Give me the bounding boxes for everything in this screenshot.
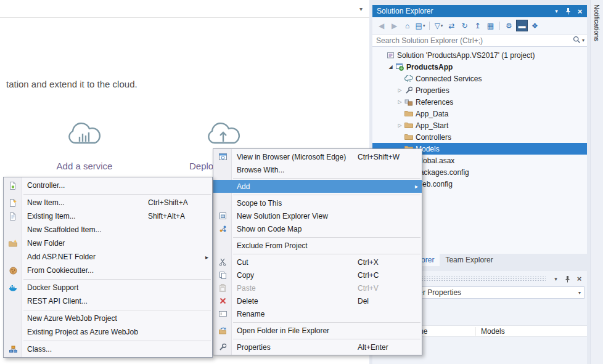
collapse-arrow-icon[interactable]: ◢: [387, 64, 395, 70]
menu-item-show-on-code-map[interactable]: Show on Code Map: [213, 222, 422, 235]
new-solution-explorer-view-icon: [213, 212, 232, 220]
tree-item-solution-productsapp-vs2017-1-project[interactable]: Solution 'ProductsApp.VS2017' (1 project…: [372, 49, 587, 61]
menu-item-from-cookiecutter[interactable]: From Cookiecutter...: [4, 264, 212, 277]
menu-item-label: Open Folder in File Explorer: [237, 326, 329, 335]
menu-item-existing-item[interactable]: Existing Item...Shift+Alt+A: [4, 209, 212, 223]
notifications-tab[interactable]: Notifications: [593, 0, 601, 41]
pending-changes-filter-icon[interactable]: ▽▾: [433, 20, 445, 31]
tree-item-label: packages.config: [416, 168, 469, 177]
tree-item-app-data[interactable]: App_Data: [372, 108, 587, 119]
property-value[interactable]: Models: [476, 327, 505, 336]
new-folder-icon: [4, 240, 22, 247]
expand-arrow-icon[interactable]: ▷: [396, 87, 404, 93]
back-icon[interactable]: ◀: [375, 20, 387, 31]
menu-item-add[interactable]: Add▸: [213, 180, 422, 193]
pin-icon[interactable]: [562, 274, 573, 283]
search-box: ▾: [372, 34, 587, 47]
menu-item-label: New Solution Explorer View: [237, 212, 328, 220]
show-all-files-icon[interactable]: ▦: [485, 20, 496, 31]
notifications-strip: Notifications: [590, 0, 603, 364]
menu-shortcut: Ctrl+V: [358, 284, 417, 293]
menu-shortcut: Ctrl+Shift+W: [358, 153, 417, 161]
expand-arrow-icon[interactable]: ▷: [396, 99, 404, 105]
switch-views-icon[interactable]: ▤▾: [414, 20, 426, 31]
controller-icon: [4, 182, 22, 190]
chevron-down-icon[interactable]: ▾: [359, 6, 363, 12]
folder-icon: [404, 122, 414, 129]
menu-item-existing-project-as-azure-webjob[interactable]: Existing Project as Azure WebJob: [4, 325, 212, 339]
tree-item-label: References: [416, 98, 453, 107]
start-page-tagline: tation and extend it to the cloud.: [6, 79, 137, 89]
menu-item-paste[interactable]: PasteCtrl+V: [213, 281, 422, 294]
menu-separator: [233, 178, 420, 179]
menu-item-new-solution-explorer-view[interactable]: New Solution Explorer View: [213, 209, 422, 222]
menu-item-docker-support[interactable]: Docker Support: [4, 281, 212, 294]
search-input[interactable]: [376, 36, 573, 45]
menu-item-open-folder-in-file-explorer[interactable]: Open Folder in File Explorer: [213, 324, 422, 337]
close-icon[interactable]: ×: [574, 274, 585, 283]
close-icon[interactable]: ×: [575, 7, 585, 16]
tree-item-label: ProductsApp: [406, 63, 453, 71]
add-service-cloud-icon[interactable]: [60, 115, 109, 148]
window-position-icon[interactable]: ▾: [551, 274, 561, 283]
refresh-icon[interactable]: ↻: [459, 20, 470, 31]
tree-item-productsapp[interactable]: ◢ProductsApp: [372, 61, 587, 73]
menu-item-delete[interactable]: DeleteDel: [213, 294, 422, 307]
add-service-link[interactable]: Add a service: [35, 161, 134, 171]
menu-item-cut[interactable]: CutCtrl+X: [213, 256, 422, 269]
menu-item-label: Cut: [237, 258, 248, 267]
window-position-icon[interactable]: ▾: [551, 7, 562, 16]
menu-item-label: Docker Support: [27, 283, 78, 292]
submenu-arrow-icon: ▸: [205, 254, 208, 261]
project-icon: [395, 63, 404, 71]
tree-item-references[interactable]: ▷References: [372, 96, 587, 108]
menu-shortcut: Shift+Alt+A: [148, 212, 207, 220]
menu-item-label: Existing Item...: [27, 212, 76, 220]
menu-item-rest-api-client[interactable]: REST API Client...: [4, 294, 212, 308]
chevron-down-icon[interactable]: ▾: [582, 38, 585, 43]
menu-item-label: New Item...: [27, 198, 65, 207]
cookiecutter-icon: [4, 267, 22, 275]
search-icon[interactable]: [573, 36, 581, 46]
pin-icon[interactable]: [563, 7, 573, 16]
preview-selected-items-icon[interactable]: ▬: [516, 20, 528, 31]
menu-item-scope-to-this[interactable]: Scope to This: [213, 196, 422, 209]
collapse-all-icon[interactable]: ↥: [472, 20, 483, 31]
menu-item-new-folder[interactable]: New Folder: [4, 237, 212, 250]
menu-item-view-in-browser-microsoft-edge[interactable]: View in Browser (Microsoft Edge)Ctrl+Shi…: [213, 150, 422, 163]
menu-item-rename[interactable]: Rename: [213, 307, 422, 320]
tree-item-properties[interactable]: ▷Properties: [372, 84, 587, 96]
expand-arrow-icon[interactable]: ▷: [396, 123, 404, 128]
menu-item-label: View in Browser (Microsoft Edge): [237, 153, 346, 161]
menu-item-new-item[interactable]: New Item...Ctrl+Shift+A: [4, 196, 212, 209]
menu-separator: [23, 341, 211, 341]
menu-item-new-scaffolded-item[interactable]: New Scaffolded Item...: [4, 223, 212, 237]
home-icon[interactable]: ⌂: [401, 20, 413, 31]
menu-item-controller[interactable]: Controller...: [4, 179, 212, 192]
menu-item-new-azure-webjob-project[interactable]: New Azure WebJob Project: [4, 312, 212, 325]
menu-item-label: Show on Code Map: [237, 225, 302, 233]
properties-icon[interactable]: ⚙: [503, 20, 515, 31]
menu-separator: [233, 322, 420, 323]
sync-with-active-document-icon[interactable]: ⇄: [446, 20, 457, 31]
code-map-icon[interactable]: ❖: [529, 20, 541, 31]
tree-item-app-start[interactable]: ▷App_Start: [372, 119, 587, 131]
menu-shortcut: Del: [358, 297, 417, 305]
rename-icon: [213, 310, 232, 317]
tree-item-label: Solution 'ProductsApp.VS2017' (1 project…: [397, 51, 535, 60]
forward-icon[interactable]: ▶: [388, 20, 400, 31]
connected-services-icon: [404, 75, 414, 83]
menu-separator: [233, 339, 420, 339]
menu-item-add-asp-net-folder[interactable]: Add ASP.NET Folder▸: [4, 250, 212, 264]
menu-item-copy[interactable]: CopyCtrl+C: [213, 269, 422, 281]
menu-item-exclude-from-project[interactable]: Exclude From Project: [213, 239, 422, 252]
deploy-cloud-icon[interactable]: [200, 115, 248, 148]
tab-team-explorer[interactable]: Team Explorer: [440, 254, 498, 266]
menu-separator: [23, 310, 211, 310]
menu-item-label: New Folder: [27, 239, 65, 248]
menu-item-browse-with[interactable]: Browse With...: [213, 163, 422, 176]
menu-item-class[interactable]: Class...: [4, 342, 212, 356]
tree-item-connected-services[interactable]: Connected Services: [372, 73, 587, 84]
menu-item-properties[interactable]: PropertiesAlt+Enter: [213, 341, 422, 354]
tree-item-controllers[interactable]: Controllers: [372, 131, 587, 143]
